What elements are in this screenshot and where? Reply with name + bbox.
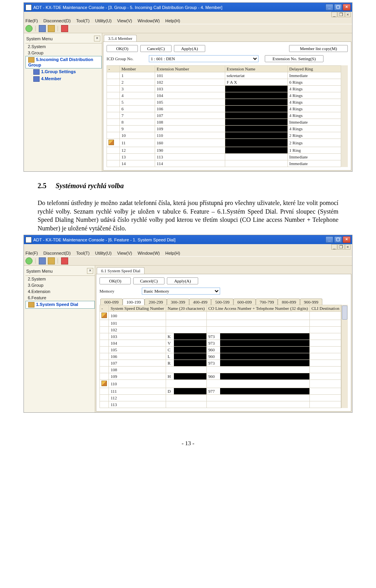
mdi-close-icon[interactable]: × — [345, 12, 351, 17]
range-tab[interactable]: 300-399 — [167, 298, 189, 305]
refresh-icon[interactable] — [25, 257, 33, 264]
menu-item[interactable]: Utility(U) — [95, 18, 112, 23]
cancel-button[interactable]: Cancel(C) — [133, 277, 164, 284]
tree-item[interactable]: 2.System — [25, 276, 95, 282]
table-row[interactable]: 101 — [100, 320, 341, 327]
table-row[interactable]: 121901 Ring — [107, 147, 341, 154]
menu-item[interactable]: Window(W) — [137, 18, 160, 23]
menu-item[interactable]: View(V) — [117, 18, 132, 23]
tab-member[interactable]: 3.5.4 Member — [104, 35, 137, 41]
menu-item[interactable]: View(V) — [117, 251, 132, 255]
column-header[interactable]: CLI Destination — [310, 305, 341, 312]
mdi-min-icon[interactable]: _ — [331, 244, 337, 250]
range-tab[interactable]: 800-899 — [278, 298, 300, 305]
apply-button[interactable]: Apply(A) — [174, 45, 205, 52]
column-header[interactable]: CO Line Access Number + Telephone Number… — [206, 305, 310, 312]
refresh-icon[interactable] — [25, 25, 33, 32]
extension-no-setting-button[interactable]: Extension No. Setting(S) — [265, 55, 324, 62]
tree-item[interactable]: 4.Extension — [25, 288, 95, 295]
maximize-button[interactable]: ▢ — [334, 4, 342, 11]
apply-button[interactable]: Apply(A) — [167, 277, 198, 284]
table-row[interactable]: 1101sekretariatImmediate — [107, 72, 341, 79]
menu-item[interactable]: Help(H) — [165, 251, 180, 255]
tree-item[interactable]: 3.Group — [25, 282, 95, 288]
column-header[interactable]: Member — [120, 66, 155, 72]
menu-item[interactable]: Help(H) — [165, 18, 180, 23]
table-row[interactable]: 2102F A X6 Rings — [107, 79, 341, 86]
range-tab[interactable]: 200-299 — [145, 298, 167, 305]
user-icon[interactable] — [48, 25, 55, 32]
tree-item[interactable]: 2.System — [25, 43, 102, 50]
collapse-button[interactable]: - — [107, 66, 120, 72]
member-list-copy-button[interactable]: Member list copy(M) — [289, 45, 348, 52]
mdi-restore-icon[interactable]: ❐ — [338, 244, 345, 250]
save-icon[interactable] — [39, 257, 46, 264]
table-row[interactable]: 102 — [100, 327, 341, 333]
menu-item[interactable]: File(F) — [25, 18, 38, 23]
table-row[interactable]: 51054 Rings — [107, 99, 341, 106]
range-tab[interactable]: 400-499 — [189, 298, 212, 305]
range-tab[interactable]: 600-699 — [233, 298, 256, 305]
tree-item[interactable]: 1.System Speed Dial — [25, 301, 95, 309]
menu-item[interactable]: Tool(T) — [76, 18, 89, 23]
table-row[interactable]: 108 — [100, 367, 341, 373]
table-row[interactable]: 100 — [100, 312, 341, 320]
sidebar-close-icon[interactable]: × — [87, 268, 93, 274]
table-row[interactable]: 106L960 — [100, 353, 341, 360]
column-header[interactable]: Extension Number — [155, 66, 225, 72]
column-header[interactable]: System Speed Dialing Number — [109, 305, 166, 312]
range-tab[interactable]: 100-199 — [123, 298, 145, 305]
close-button[interactable]: × — [343, 4, 351, 11]
table-row[interactable]: 110 — [100, 380, 341, 388]
table-row[interactable]: 104V973 — [100, 340, 341, 347]
range-tab[interactable]: 000-099 — [100, 298, 123, 305]
minimize-button[interactable]: _ — [325, 236, 333, 243]
table-row[interactable]: 13113Immediate — [107, 154, 341, 160]
tab-speed-dial[interactable]: 6.1 System Speed Dial — [97, 267, 145, 274]
ok-button[interactable]: OK(O) — [107, 45, 138, 52]
range-tab[interactable]: 700-799 — [256, 298, 278, 305]
column-header[interactable]: Delayed Ring — [287, 66, 341, 72]
collapse-button[interactable]: - — [100, 305, 109, 312]
user-icon[interactable] — [48, 257, 55, 264]
table-row[interactable]: 111D977 — [100, 388, 341, 395]
table-row[interactable]: 103K973 — [100, 333, 341, 340]
mdi-close-icon[interactable]: × — [345, 244, 351, 250]
table-row[interactable]: 101102 Rings — [107, 132, 341, 139]
tree-item[interactable]: 4.Member — [25, 76, 102, 83]
mdi-restore-icon[interactable]: ❐ — [338, 12, 345, 17]
menu-item[interactable]: File(F) — [25, 251, 38, 255]
table-row[interactable]: 31034 Rings — [107, 86, 341, 92]
table-row[interactable]: 113 — [100, 401, 341, 408]
table-row[interactable]: 41044 Rings — [107, 92, 341, 99]
menu-item[interactable]: Disconnect(D) — [43, 18, 71, 23]
column-header[interactable]: Name (20 characters) — [166, 305, 207, 312]
menu-item[interactable]: Window(W) — [137, 251, 160, 255]
sidebar-close-icon[interactable]: × — [94, 36, 100, 41]
range-tab[interactable]: 500-599 — [211, 298, 233, 305]
speed-dial-table[interactable]: -System Speed Dialing NumberName (20 cha… — [99, 305, 341, 408]
table-row[interactable]: 105C960 — [100, 347, 341, 353]
table-row[interactable]: 91094 Rings — [107, 126, 341, 132]
minimize-button[interactable]: _ — [325, 4, 333, 11]
scrollbar[interactable] — [341, 305, 348, 408]
memory-select[interactable]: Basic Memory — [142, 288, 220, 295]
column-header[interactable]: Extension Name — [225, 66, 287, 72]
cancel-button[interactable]: Cancel(C) — [140, 45, 172, 52]
table-row[interactable]: 61064 Rings — [107, 106, 341, 112]
table-row[interactable]: 107R973 — [100, 360, 341, 367]
menu-item[interactable]: Disconnect(D) — [43, 251, 71, 255]
maximize-button[interactable]: ▢ — [334, 236, 342, 243]
close-button[interactable]: × — [343, 236, 351, 243]
flag-icon[interactable] — [61, 257, 68, 264]
flag-icon[interactable] — [61, 25, 68, 32]
menu-item[interactable]: Utility(U) — [95, 251, 112, 255]
table-row[interactable]: 14114Immediate — [107, 160, 341, 167]
icd-group-select[interactable]: 1 : 601 : DEN — [149, 55, 258, 62]
table-row[interactable]: 111602 Rings — [107, 139, 341, 147]
tree-item[interactable]: 3.Group — [25, 50, 102, 56]
save-icon[interactable] — [39, 25, 46, 32]
tree-item[interactable]: 6.Feature — [25, 295, 95, 301]
menu-item[interactable]: Tool(T) — [76, 251, 89, 255]
table-row[interactable]: 109H960 — [100, 373, 341, 380]
